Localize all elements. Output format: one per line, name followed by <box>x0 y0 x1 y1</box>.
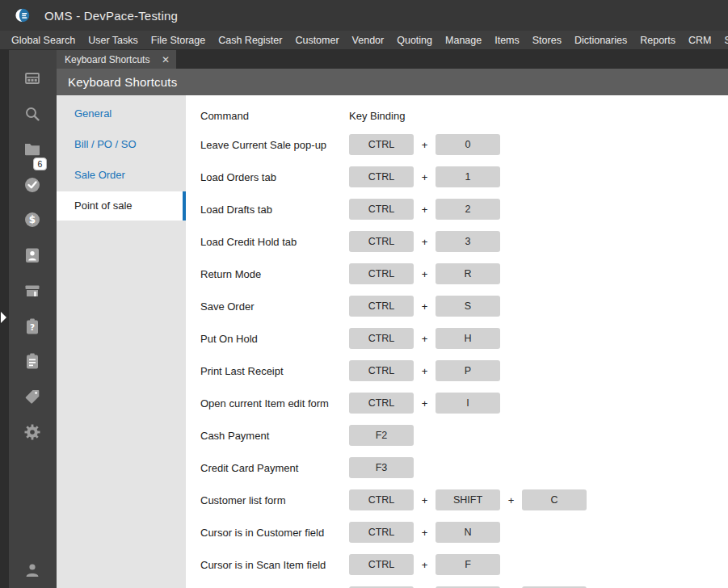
column-header-command: Command <box>200 110 349 122</box>
key-badge[interactable]: H <box>436 328 500 349</box>
shortcut-row: Leave Current Sale pop-upCTRL+0 <box>200 134 587 155</box>
shortcut-row: Load Orders tabCTRL+1 <box>200 166 587 187</box>
shortcut-row: Cash PaymentF2 <box>200 425 587 446</box>
dashboard-icon[interactable] <box>23 69 42 88</box>
clipboard-question-icon[interactable]: ? <box>23 317 42 336</box>
tab-keyboard-shortcuts[interactable]: Keyboard Shortcuts ✕ <box>57 50 176 69</box>
key-badge[interactable]: S <box>436 296 500 317</box>
title-bar: OMS - DevPace-Testing <box>0 0 728 31</box>
shortcut-row: Return ModeCTRL+R <box>200 263 587 284</box>
shortcut-row: Cursor is in Customer fieldCTRL+N <box>200 522 587 543</box>
contact-icon[interactable] <box>23 246 42 265</box>
command-label: Customer list form <box>200 494 349 506</box>
command-label: Return Mode <box>200 268 349 280</box>
menu-item-dictionaries[interactable]: Dictionaries <box>568 31 633 50</box>
shortcut-row: Open current Item edit formCTRL+I <box>200 393 587 414</box>
oms-logo-icon <box>15 8 30 23</box>
key-badge[interactable]: F3 <box>349 457 414 478</box>
command-label: Open current Item edit form <box>200 397 349 410</box>
shortcut-row: Load Credit Hold tabCTRL+3 <box>200 231 587 252</box>
page-header-bar: Keyboard Shortcuts <box>57 69 728 95</box>
key-badge[interactable]: CTRL <box>349 134 414 155</box>
svg-text:$: $ <box>29 214 36 225</box>
key-badge[interactable]: CTRL <box>349 199 414 220</box>
key-binding: F2 <box>349 425 414 446</box>
plus-separator: + <box>414 397 436 410</box>
key-badge[interactable]: CTRL <box>349 263 414 284</box>
key-binding: CTRL+H <box>349 328 500 349</box>
key-badge[interactable]: 3 <box>436 231 500 252</box>
store-icon[interactable] <box>23 281 42 300</box>
menu-item-quoting[interactable]: Quoting <box>390 31 439 50</box>
gear-icon[interactable] <box>23 422 42 442</box>
money-icon[interactable]: $$ <box>23 210 42 229</box>
menu-item-settings[interactable]: Settings <box>717 31 728 50</box>
plus-separator: + <box>414 527 436 539</box>
menu-item-items[interactable]: Items <box>488 31 526 50</box>
key-badge[interactable]: CTRL <box>349 166 414 187</box>
menu-item-global-search[interactable]: Global Search <box>5 31 82 50</box>
nav-item-point-of-sale[interactable]: Point of sale <box>57 191 186 220</box>
menu-item-customer[interactable]: Customer <box>288 31 345 50</box>
search-icon[interactable] <box>23 104 42 124</box>
tasks-icon[interactable] <box>23 174 42 194</box>
key-badge[interactable]: C <box>522 489 587 510</box>
menu-item-stores[interactable]: Stores <box>526 31 568 50</box>
key-binding: CTRL+2 <box>349 199 500 220</box>
tasks-count-badge: 6 <box>33 158 47 170</box>
command-label: Print Last Receipt <box>200 365 349 377</box>
shortcut-rows: Leave Current Sale pop-upCTRL+0Load Orde… <box>200 134 587 588</box>
key-badge[interactable]: CTRL <box>349 489 414 510</box>
key-badge[interactable]: SHIFT <box>436 489 500 510</box>
key-badge[interactable]: P <box>436 360 500 381</box>
key-badge[interactable]: CTRL <box>349 231 414 252</box>
key-badge[interactable]: I <box>436 393 500 414</box>
key-badge[interactable]: CTRL <box>349 328 414 349</box>
key-badge[interactable]: CTRL <box>349 393 414 414</box>
nav-item-general[interactable]: General <box>57 99 186 128</box>
plus-separator: + <box>414 171 436 183</box>
shortcuts-nav-panel: GeneralBill / PO / SOSale OrderPoint of … <box>57 95 186 588</box>
menu-item-vendor[interactable]: Vendor <box>346 31 391 50</box>
folder-icon[interactable] <box>23 139 42 158</box>
command-label: Load Drafts tab <box>200 204 349 216</box>
key-badge[interactable]: 0 <box>436 134 500 155</box>
user-icon[interactable] <box>23 561 42 580</box>
menu-item-file-storage[interactable]: File Storage <box>145 31 212 50</box>
key-badge[interactable]: F2 <box>349 425 414 446</box>
shortcut-row: Save OrderCTRL+S <box>200 296 587 317</box>
tag-icon[interactable] <box>23 387 42 406</box>
command-label: Cash Payment <box>200 430 349 442</box>
menu-bar: Global SearchUser TasksFile StorageCash … <box>0 31 728 50</box>
key-badge[interactable]: R <box>436 263 500 284</box>
menu-item-reports[interactable]: Reports <box>633 31 682 50</box>
key-badge[interactable]: CTRL <box>349 296 414 317</box>
column-header-key-binding: Key Binding <box>349 110 405 122</box>
key-badge[interactable]: N <box>436 522 500 543</box>
svg-text:?: ? <box>30 322 35 332</box>
menu-item-cash-register[interactable]: Cash Register <box>212 31 288 50</box>
shortcut-row: Credit Card PaymentF3 <box>200 457 587 478</box>
menu-item-manage[interactable]: Manage <box>439 31 488 50</box>
page-title: Keyboard Shortcuts <box>68 75 177 89</box>
key-badge[interactable]: CTRL <box>349 554 414 575</box>
key-badge[interactable]: 2 <box>436 199 500 220</box>
menu-item-crm[interactable]: CRM <box>682 31 717 50</box>
key-binding: CTRL+P <box>349 360 500 381</box>
key-badge[interactable]: CTRL <box>349 522 414 543</box>
menu-item-user-tasks[interactable]: User Tasks <box>82 31 145 50</box>
key-badge[interactable]: F <box>436 554 500 575</box>
tab-strip: Keyboard Shortcuts ✕ <box>57 50 728 69</box>
nav-item-bill-po-so[interactable]: Bill / PO / SO <box>57 130 186 159</box>
shortcut-row: Print Last ReceiptCTRL+P <box>200 360 587 381</box>
panel-expander-arrow-icon[interactable] <box>1 312 6 323</box>
key-binding: CTRL+SHIFT+C <box>349 489 587 510</box>
key-badge[interactable]: CTRL <box>349 360 414 381</box>
nav-item-sale-order[interactable]: Sale Order <box>57 161 186 190</box>
table-header: Command Key Binding <box>200 110 405 122</box>
clipboard-list-icon[interactable] <box>23 351 42 371</box>
tab-close-icon[interactable]: ✕ <box>162 55 170 65</box>
key-binding: CTRL+R <box>349 263 500 284</box>
key-badge[interactable]: 1 <box>436 166 500 187</box>
plus-separator: + <box>414 236 436 248</box>
